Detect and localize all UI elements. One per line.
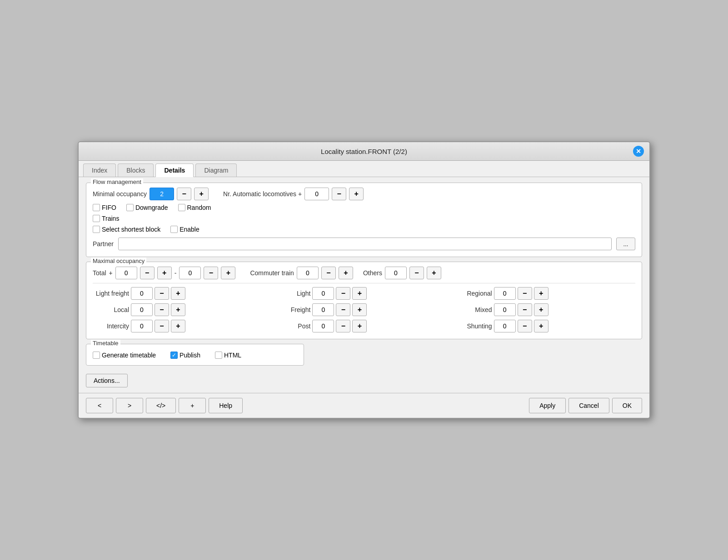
select-shortest-row: Select shortest block Enable (93, 226, 635, 233)
freight-input[interactable] (312, 303, 334, 316)
select-shortest-checkbox[interactable] (93, 226, 100, 233)
timetable-title: Timetable (91, 340, 120, 347)
commuter-label: Commuter train (250, 269, 294, 277)
maximal-divider (93, 283, 635, 283)
select-shortest-checkbox-label[interactable]: Select shortest block (93, 226, 160, 233)
generate-timetable-checkbox[interactable] (93, 352, 100, 359)
post-minus[interactable]: − (336, 320, 350, 332)
html-label[interactable]: HTML (215, 352, 241, 359)
random-checkbox-label[interactable]: Random (178, 204, 211, 211)
html-checkbox[interactable] (215, 352, 222, 359)
maximal-occupancy-section: Maximal occupancy Total + − + - − + Comm… (86, 262, 642, 339)
others-label: Others (363, 269, 382, 277)
downgrade-checkbox-label[interactable]: Downgrade (126, 204, 168, 211)
nav-prev-button[interactable]: < (86, 398, 113, 413)
tab-diagram[interactable]: Diagram (195, 164, 237, 177)
nr-automatic-plus[interactable]: + (349, 188, 364, 200)
fifo-checkbox[interactable] (93, 204, 100, 211)
freight-plus[interactable]: + (352, 303, 367, 316)
actions-button[interactable]: Actions... (86, 374, 128, 387)
trains-checkbox[interactable] (93, 215, 100, 222)
close-button[interactable]: ✕ (633, 146, 644, 157)
light-minus[interactable]: − (336, 287, 350, 300)
minimal-occupancy-plus[interactable]: + (194, 188, 209, 200)
dialog-title: Locality station.FRONT (2/2) (95, 148, 633, 155)
freight-grid: Light freight − + Light − + Regional − + (93, 287, 635, 332)
total-value2-input[interactable] (179, 267, 201, 279)
local-group: Local − + (93, 303, 272, 316)
downgrade-label: Downgrade (135, 204, 168, 211)
maximal-occupancy-title: Maximal occupancy (91, 258, 146, 264)
html-text: HTML (224, 352, 241, 359)
light-input[interactable] (312, 287, 334, 300)
footer: < > </> + Help Apply Cancel OK (79, 393, 649, 418)
light-plus[interactable]: + (352, 287, 367, 300)
tab-index[interactable]: Index (83, 164, 116, 177)
nav-add-button[interactable]: + (179, 398, 206, 413)
nr-automatic-minus[interactable]: − (332, 188, 346, 200)
intercity-input[interactable] (131, 320, 153, 332)
intercity-plus[interactable]: + (171, 320, 185, 332)
enable-label: Enable (180, 226, 199, 233)
light-freight-group: Light freight − + (93, 287, 272, 300)
commuter-plus[interactable]: + (339, 267, 353, 279)
partner-input[interactable] (118, 238, 612, 250)
publish-label[interactable]: ✓ Publish (170, 352, 200, 359)
downgrade-checkbox[interactable] (126, 204, 134, 211)
minimal-occupancy-input[interactable] (150, 188, 174, 200)
mixed-group: Mixed − + (456, 303, 635, 316)
ok-button[interactable]: OK (612, 398, 642, 413)
light-freight-minus[interactable]: − (155, 287, 169, 300)
partner-browse-button[interactable]: ... (616, 238, 635, 250)
cancel-button[interactable]: Cancel (568, 398, 609, 413)
mixed-input[interactable] (494, 303, 516, 316)
freight-minus[interactable]: − (336, 303, 350, 316)
regional-plus[interactable]: + (534, 287, 548, 300)
others-input[interactable] (385, 267, 407, 279)
total-value1-plus[interactable]: + (157, 267, 172, 279)
regional-input[interactable] (494, 287, 516, 300)
publish-checkbox[interactable]: ✓ (170, 352, 178, 359)
shunting-input[interactable] (494, 320, 516, 332)
regional-minus[interactable]: − (518, 287, 532, 300)
generate-timetable-label[interactable]: Generate timetable (93, 352, 156, 359)
minimal-occupancy-minus[interactable]: − (177, 188, 191, 200)
post-plus[interactable]: + (352, 320, 367, 332)
timetable-section: Timetable Generate timetable ✓ Publish H… (86, 344, 304, 366)
local-input[interactable] (131, 303, 153, 316)
nav-next-button[interactable]: > (116, 398, 143, 413)
others-minus[interactable]: − (409, 267, 424, 279)
tab-blocks[interactable]: Blocks (118, 164, 154, 177)
nr-automatic-input[interactable] (304, 188, 329, 200)
commuter-input[interactable] (297, 267, 319, 279)
apply-button[interactable]: Apply (529, 398, 566, 413)
tab-details[interactable]: Details (155, 164, 194, 177)
others-plus[interactable]: + (427, 267, 441, 279)
total-value1-input[interactable] (115, 267, 137, 279)
enable-checkbox[interactable] (170, 226, 178, 233)
intercity-minus[interactable]: − (155, 320, 169, 332)
mixed-plus[interactable]: + (534, 303, 548, 316)
mixed-minus[interactable]: − (518, 303, 532, 316)
local-minus[interactable]: − (155, 303, 169, 316)
commuter-minus[interactable]: − (321, 267, 336, 279)
shunting-plus[interactable]: + (534, 320, 548, 332)
enable-checkbox-label[interactable]: Enable (170, 226, 199, 233)
tab-bar: Index Blocks Details Diagram (79, 161, 649, 177)
total-value2-plus[interactable]: + (221, 267, 235, 279)
fifo-checkbox-label[interactable]: FIFO (93, 204, 116, 211)
light-freight-plus[interactable]: + (171, 287, 185, 300)
nav-close-button[interactable]: </> (146, 398, 176, 413)
total-value2-minus[interactable]: − (204, 267, 218, 279)
help-button[interactable]: Help (209, 398, 243, 413)
post-input[interactable] (312, 320, 334, 332)
select-shortest-label: Select shortest block (102, 226, 160, 233)
total-value1-minus[interactable]: − (140, 267, 155, 279)
light-freight-input[interactable] (131, 287, 153, 300)
shunting-minus[interactable]: − (518, 320, 532, 332)
local-plus[interactable]: + (171, 303, 185, 316)
actions-area: Actions... (86, 370, 642, 387)
partner-row: Partner ... (93, 238, 635, 250)
random-checkbox[interactable] (178, 204, 185, 211)
trains-checkbox-label[interactable]: Trains (93, 215, 119, 222)
